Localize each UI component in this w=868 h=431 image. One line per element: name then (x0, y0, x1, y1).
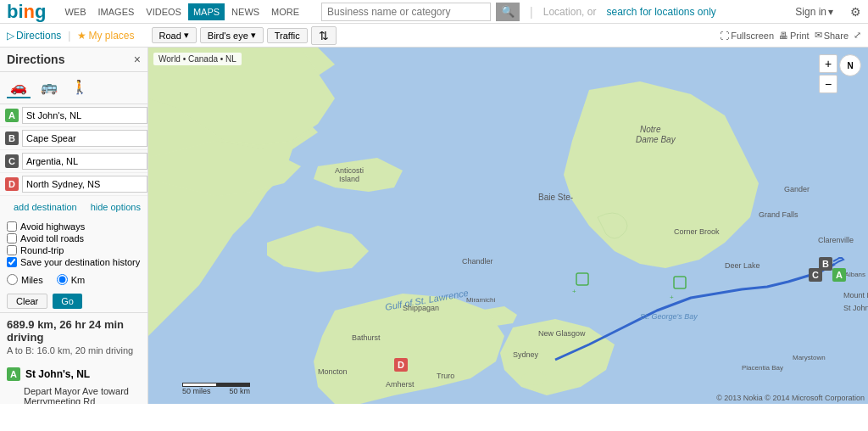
hide-options-link[interactable]: hide options (91, 199, 141, 216)
business-search-input[interactable] (321, 3, 491, 21)
avoid-highways-checkbox[interactable] (7, 221, 17, 232)
waypoint-a-label: A (5, 109, 19, 122)
nav-news[interactable]: NEWS (226, 3, 264, 20)
svg-text:Sydney: Sydney (513, 350, 539, 359)
collapse-btn[interactable]: ⤢ (854, 30, 861, 41)
nav-images[interactable]: IMAGES (93, 3, 140, 20)
avoid-highways-label: Avoid highways (20, 221, 85, 232)
directions-toolbar-btn[interactable]: ▷ Directions (7, 30, 61, 42)
myplaces-btn[interactable]: ★ My places (77, 30, 134, 42)
marker-a-stjohns: A (832, 268, 846, 282)
svg-text:Corner Brook: Corner Brook (674, 227, 720, 236)
zoom-controls: + − (819, 54, 837, 93)
marker-d: D (394, 358, 408, 372)
zoom-out-btn[interactable]: − (819, 75, 837, 93)
svg-text:Amherst: Amherst (386, 380, 415, 389)
nav-more[interactable]: MORE (266, 3, 304, 20)
svg-text:Bathurst: Bathurst (352, 333, 381, 342)
save-history-checkbox[interactable] (7, 257, 17, 267)
waypoint-b-label: B (5, 132, 19, 145)
svg-text:Grand Falls: Grand Falls (759, 210, 798, 219)
compass[interactable]: N (839, 54, 861, 76)
waypoint-d-label: D (5, 177, 19, 191)
route-icon-btn[interactable]: ⇅ (311, 26, 337, 45)
svg-text:Island: Island (339, 175, 359, 183)
svg-text:Mount Pearl: Mount Pearl (843, 291, 868, 299)
birdeye-btn[interactable]: Bird's eye ▾ (200, 27, 264, 43)
avoid-tolls-label: Avoid toll roads (20, 233, 84, 243)
avoid-tolls-checkbox[interactable] (7, 233, 17, 243)
options-section: Avoid highways Avoid toll roads Round-tr… (0, 218, 147, 272)
map-area[interactable]: Gulf of St. Lawrence St. George's Bay No… (148, 48, 868, 404)
km-radio[interactable] (57, 274, 68, 285)
nav-videos[interactable]: VIDEOS (141, 3, 186, 20)
add-destination-link[interactable]: add destination (7, 199, 84, 216)
round-trip-label: Round-trip (20, 245, 64, 255)
svg-text:New Glasgow: New Glasgow (538, 329, 586, 338)
map-copyright: © 2013 Nokia © 2014 Microsoft Corporatio… (716, 394, 865, 402)
units-section: Miles Km (0, 272, 147, 288)
print-btn[interactable]: 🖶 Print (779, 31, 810, 41)
svg-text:Dame Bay: Dame Bay (636, 135, 676, 144)
zoom-in-btn[interactable]: + (819, 54, 837, 73)
toolbar-right: ⛶ Fullscreen 🖶 Print ✉ Share ⤢ (720, 30, 861, 41)
miles-radio[interactable] (7, 274, 18, 285)
directions-panel: Directions × 🚗 🚌 🚶 A × B × C × D × (0, 48, 148, 404)
waypoint-b-row: B × (0, 127, 147, 150)
scale-km-label: 50 km (229, 387, 250, 395)
svg-point-1 (521, 372, 547, 385)
svg-text:Notre: Notre (640, 125, 661, 134)
svg-text:Deer Lake: Deer Lake (725, 261, 760, 270)
scale-miles-label: 50 miles (182, 387, 211, 395)
svg-text:Moncton: Moncton (318, 367, 348, 376)
waypoint-a-row: A × (0, 104, 147, 127)
panel-close-btn[interactable]: × (134, 53, 141, 66)
waypoint-c-label: C (5, 154, 19, 168)
svg-text:Marystown: Marystown (793, 354, 826, 361)
traffic-btn[interactable]: Traffic (267, 28, 308, 43)
waypoint-b-input[interactable] (22, 130, 147, 147)
go-button[interactable]: Go (53, 294, 82, 309)
settings-icon[interactable]: ⚙ (850, 5, 861, 19)
nav-web[interactable]: WEB (59, 3, 91, 20)
svg-text:St John's: St John's (843, 304, 868, 312)
depart-instruction: Depart Mayor Ave toward Merrymeeting Rd (0, 384, 147, 404)
clear-button[interactable]: Clear (7, 294, 47, 309)
waypoint-d-row: D × (0, 173, 147, 196)
svg-text:+: + (572, 288, 576, 295)
scale-bar: 50 miles 50 km (182, 383, 250, 395)
map-breadcrumb: World • Canada • NL (153, 53, 242, 65)
road-view-btn[interactable]: Road ▾ (152, 27, 197, 43)
step-a-name: St John's, NL (25, 368, 90, 380)
waypoint-c-input[interactable] (22, 153, 147, 170)
svg-text:Shippagan: Shippagan (403, 304, 439, 312)
miles-label: Miles (21, 275, 43, 285)
transit-mode-btn[interactable]: 🚌 (37, 77, 61, 98)
search-button[interactable]: 🔍 (496, 3, 520, 21)
save-history-label: Save your destination history (20, 257, 140, 267)
svg-text:Miramichi: Miramichi (466, 296, 495, 304)
car-mode-btn[interactable]: 🚗 (7, 77, 31, 98)
sign-in-button[interactable]: Sign in ▾ (795, 6, 833, 18)
fullscreen-btn[interactable]: ⛶ Fullscreen (720, 31, 774, 41)
share-btn[interactable]: ✉ Share (815, 30, 849, 41)
nav-maps[interactable]: MAPS (188, 3, 225, 20)
svg-text:Truro: Truro (437, 372, 454, 380)
walk-mode-btn[interactable]: 🚶 (68, 77, 92, 98)
location-placeholder: Location, or (543, 6, 597, 18)
action-buttons: Clear Go (0, 290, 147, 312)
svg-text:+: + (670, 294, 674, 301)
route-steps: A St John's, NL Depart Mayor Ave toward … (0, 361, 147, 404)
toolbar-divider: | (68, 30, 70, 42)
transport-mode-selector: 🚗 🚌 🚶 (0, 72, 147, 104)
round-trip-checkbox[interactable] (7, 245, 17, 255)
panel-title: Directions (7, 53, 64, 66)
marker-c: C (809, 268, 822, 282)
waypoint-a-input[interactable] (22, 107, 147, 124)
waypoint-c-row: C × (0, 150, 147, 173)
waypoint-d-input[interactable] (22, 176, 147, 193)
bing-logo[interactable]: bing (7, 1, 46, 23)
svg-text:Baie Ste-: Baie Ste- (538, 193, 573, 202)
search-locations-link[interactable]: search for locations only (606, 6, 715, 18)
segment-distance: A to B: 16.0 km, 20 min driving (7, 345, 141, 355)
